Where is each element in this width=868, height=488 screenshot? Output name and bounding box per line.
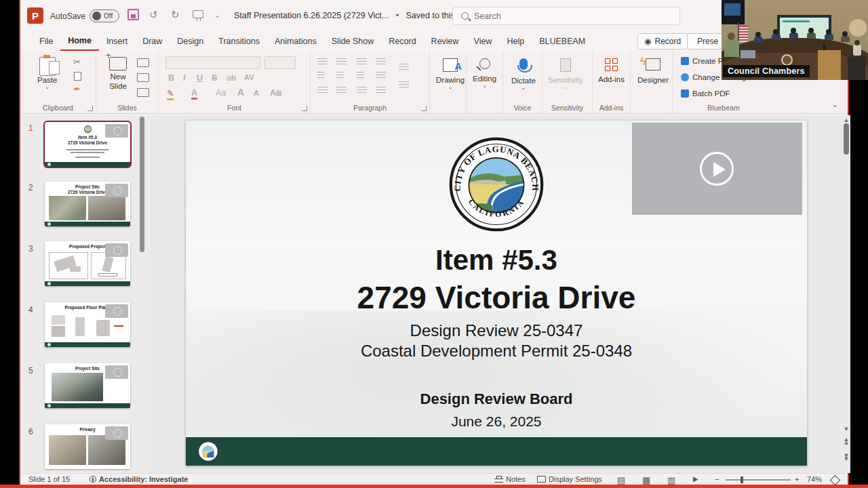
collapse-ribbon-icon[interactable]: ⌄: [832, 100, 838, 109]
italic-button[interactable]: I: [183, 73, 185, 83]
display-settings-button[interactable]: Display Settings: [537, 475, 602, 483]
align-center-icon[interactable]: [336, 87, 347, 94]
line-spacing-icon[interactable]: [376, 58, 386, 66]
strikethrough-button[interactable]: S: [212, 73, 217, 83]
font-color-button[interactable]: A: [191, 88, 197, 100]
redo-icon[interactable]: ↻: [171, 9, 180, 21]
accessibility-status[interactable]: Accessibility: Investigate: [90, 475, 188, 483]
zoom-out-button[interactable]: −: [715, 475, 719, 483]
tab-home[interactable]: Home: [60, 32, 99, 51]
bullets-icon[interactable]: [317, 58, 328, 66]
tab-review[interactable]: Review: [424, 33, 467, 50]
slideshow-view-button[interactable]: ▶: [693, 475, 698, 483]
embedded-video-placeholder[interactable]: [632, 123, 802, 215]
undo-icon[interactable]: ↺: [149, 9, 158, 21]
scroll-up-icon[interactable]: ▲: [842, 117, 850, 123]
document-title[interactable]: Staff Presentation 6.26.2025 (2729 Vict.…: [234, 11, 481, 20]
tab-insert[interactable]: Insert: [99, 33, 135, 50]
record-button[interactable]: ◉ Record: [637, 33, 688, 49]
indent-right-icon[interactable]: [336, 72, 344, 79]
next-slide-button[interactable]: ▼▼: [842, 454, 850, 462]
addins-button[interactable]: Add-ins: [598, 58, 625, 83]
designer-button[interactable]: Designer: [637, 58, 669, 84]
font-name-select[interactable]: [165, 56, 260, 69]
columns-icon[interactable]: [357, 72, 364, 79]
notes-button[interactable]: Notes: [494, 475, 526, 483]
tab-file[interactable]: File: [32, 33, 60, 50]
present-in-teams-button[interactable]: Prese: [687, 33, 722, 49]
batch-pdf-button[interactable]: Batch PDF: [681, 89, 730, 98]
shrink-font-button[interactable]: A: [254, 89, 259, 97]
slide-thumbnail-6[interactable]: Privacy: [45, 424, 130, 469]
play-icon[interactable]: [700, 152, 734, 186]
zoom-in-button[interactable]: +: [795, 475, 799, 483]
paragraph-dialog-launcher-icon[interactable]: [421, 106, 427, 111]
text-highlight-button[interactable]: ✎: [167, 88, 174, 100]
sensitivity-button[interactable]: Sensitivity ⌄: [548, 58, 583, 90]
bold-button[interactable]: B: [168, 73, 174, 83]
paste-button[interactable]: Paste ⌄: [37, 57, 57, 90]
fit-slide-button[interactable]: [831, 476, 839, 484]
scroll-down-icon[interactable]: ▼: [842, 426, 850, 432]
tab-help[interactable]: Help: [499, 33, 532, 50]
cut-icon[interactable]: ✂: [73, 57, 81, 67]
tab-design[interactable]: Design: [170, 33, 211, 50]
drawing-button[interactable]: Drawing ⌄: [436, 58, 465, 90]
tab-transitions[interactable]: Transitions: [211, 33, 267, 50]
align-text-icon[interactable]: [399, 64, 409, 71]
slide-thumbnail-4[interactable]: Proposed Floor Plans: [45, 302, 130, 347]
start-slideshow-icon[interactable]: [193, 10, 203, 18]
slide-sorter-view-button[interactable]: ▦: [642, 475, 650, 485]
tab-draw[interactable]: Draw: [135, 33, 170, 50]
tab-record[interactable]: Record: [381, 33, 423, 50]
slide-thumbnail-3[interactable]: Proposed Project: [45, 241, 130, 286]
editing-button[interactable]: Editing ⌄: [473, 58, 496, 89]
section-icon[interactable]: [137, 88, 149, 97]
numbering-icon[interactable]: [336, 58, 347, 66]
tab-view[interactable]: View: [467, 33, 500, 50]
grow-font-button[interactable]: A: [237, 87, 244, 98]
slide-thumbnail-2[interactable]: Project Site2729 Victoria Drive: [45, 182, 130, 226]
slide-scrollbar[interactable]: ▲ ▼ ▲▲ ▼▼: [842, 115, 850, 473]
clipboard-dialog-launcher-icon[interactable]: [87, 106, 93, 111]
save-icon[interactable]: [127, 9, 139, 20]
font-dialog-launcher-icon[interactable]: [302, 106, 307, 111]
powerpoint-app-icon[interactable]: P: [27, 7, 43, 24]
slide-layout-icon[interactable]: [137, 58, 149, 67]
reset-slide-icon[interactable]: [137, 73, 149, 82]
align-left-icon[interactable]: [317, 87, 328, 94]
character-spacing-button[interactable]: AV: [244, 73, 254, 81]
text-shadow-button[interactable]: ab: [226, 73, 236, 83]
zoom-level[interactable]: 74%: [807, 475, 822, 483]
align-right-icon[interactable]: [357, 87, 367, 94]
previous-slide-button[interactable]: ▲▲: [842, 438, 850, 445]
indent-more-icon[interactable]: [357, 58, 367, 66]
slide-thumbnail-1[interactable]: Item #5.32729 Victoria Drive: [45, 122, 130, 167]
autosave-toggle[interactable]: Off: [90, 9, 119, 22]
text-direction-icon[interactable]: [376, 72, 386, 79]
change-case-button[interactable]: Aa: [216, 88, 226, 98]
zoom-slider[interactable]: [726, 479, 791, 481]
normal-view-button[interactable]: ▤: [617, 475, 625, 485]
indent-less-icon[interactable]: [317, 72, 325, 79]
justify-icon[interactable]: [376, 87, 386, 94]
quick-access-overflow-icon[interactable]: ⌄: [214, 11, 220, 20]
slide-canvas[interactable]: CITY OF LAGUNA BEACH CALIFORNIA Item #5.…: [186, 121, 807, 466]
tab-animations[interactable]: Animations: [267, 33, 324, 50]
reading-view-button[interactable]: ▥: [667, 475, 675, 485]
copy-icon[interactable]: [74, 72, 81, 81]
smartart-icon[interactable]: [399, 81, 409, 89]
create-pdf-button[interactable]: Create P: [681, 57, 723, 65]
search-input[interactable]: Search: [452, 7, 680, 25]
font-size-select[interactable]: [264, 56, 296, 69]
new-slide-button[interactable]: New Slide: [102, 57, 134, 92]
format-painter-icon[interactable]: ✒: [73, 84, 81, 94]
zoom-slider-thumb[interactable]: [741, 476, 743, 483]
underline-button[interactable]: U: [197, 73, 203, 83]
tab-slide-show[interactable]: Slide Show: [324, 33, 382, 50]
tab-bluebeam[interactable]: BLUEBEAM: [532, 33, 593, 50]
clear-formatting-button[interactable]: A⦻: [270, 88, 281, 98]
scrollbar-thumb[interactable]: [844, 123, 849, 155]
slide-thumbnail-5[interactable]: Project Site: [45, 363, 130, 408]
thumbnail-scrollbar[interactable]: [140, 117, 144, 252]
